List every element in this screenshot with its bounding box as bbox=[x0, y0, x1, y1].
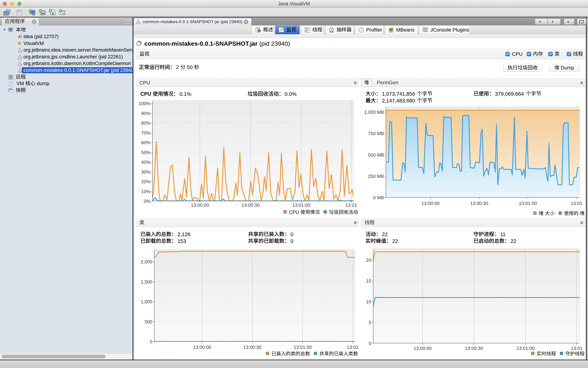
svg-text:i: i bbox=[259, 29, 259, 32]
svg-text:JMX: JMX bbox=[41, 12, 45, 15]
svg-text:10: 10 bbox=[52, 13, 54, 15]
svg-text:B: B bbox=[20, 36, 21, 38]
